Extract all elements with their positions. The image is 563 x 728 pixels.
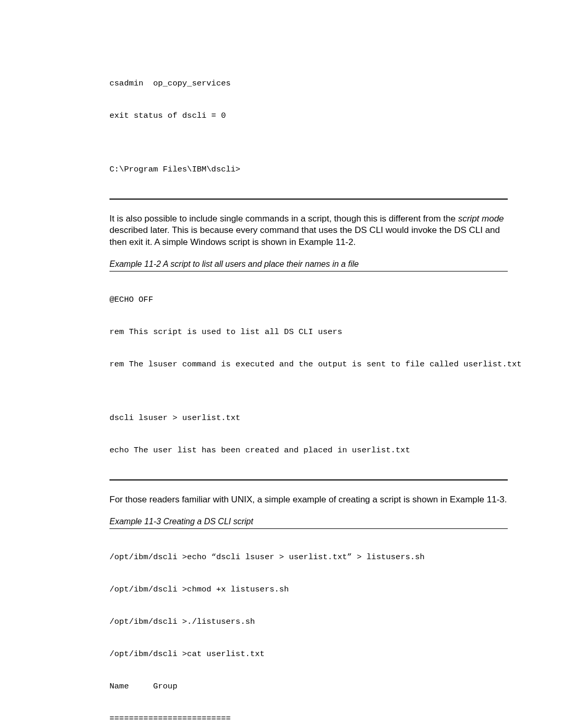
code-line: dscli lsuser > userlist.txt [109,413,508,424]
rule [109,479,508,480]
code-line: exit status of dscli = 0 [109,110,508,121]
example-caption: Example 11-2 A script to list all users … [109,260,508,269]
text: > listusers.sh [352,552,425,562]
code-line: /opt/ibm/dscli >cat userlist.txt [109,649,508,660]
code-block-3: /opt/ibm/dscli >echo “dscli lsuser > use… [109,530,508,728]
code-line: C:\Program Files\IBM\dscli> [109,164,508,175]
code-block-2: @ECHO OFF rem This script is used to lis… [109,273,508,477]
code-line: rem The lsuser command is executed and t… [109,359,508,370]
code-block-1: csadmin op_copy_services exit status of … [109,57,508,196]
rule [109,528,508,529]
example-caption: Example 11-3 Creating a DS CLI script [109,517,508,526]
code-line: echo The user list has been created and … [109,445,508,456]
text: described later. This is because every c… [109,225,500,246]
code-line: /opt/ibm/dscli >./listusers.sh [109,616,508,627]
text: dscli lsuser > userlist.txt [216,552,347,562]
code-line: rem This script is used to list all DS C… [109,327,508,338]
text: It is also possible to include single co… [109,214,458,224]
paragraph: For those readers familiar with UNIX, a … [109,494,508,505]
code-line: /opt/ibm/dscli >chmod +x listusers.sh [109,584,508,595]
text: /opt/ibm/dscli >echo [109,552,211,562]
page: csadmin op_copy_services exit status of … [0,0,563,728]
text-italic: script mode [458,214,504,224]
rule [109,199,508,200]
code-line: csadmin op_copy_services [109,78,508,89]
text: ” [347,552,352,562]
rule [109,271,508,272]
code-line: Name Group [109,681,508,692]
code-line: @ECHO OFF [109,294,508,305]
text: “ [211,552,216,562]
code-line: ========================= [109,713,508,724]
code-line: /opt/ibm/dscli >echo “dscli lsuser > use… [109,552,508,563]
paragraph: It is also possible to include single co… [109,213,508,248]
